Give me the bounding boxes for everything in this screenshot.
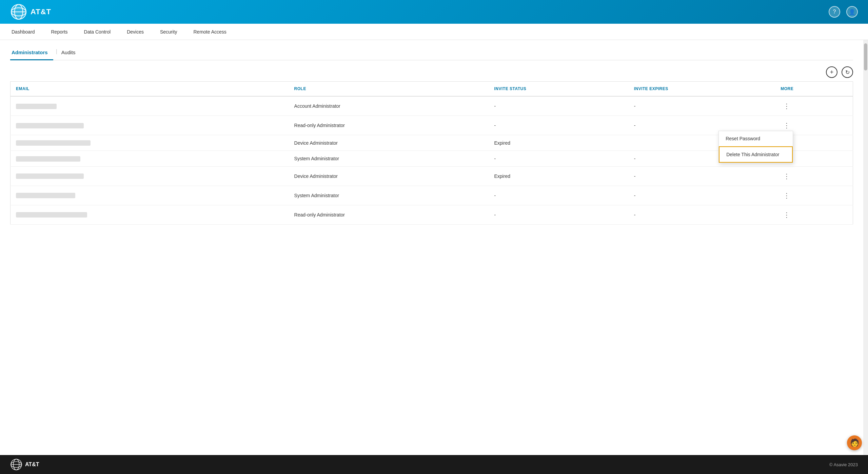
table-row: Read-only Administrator - - ⋮ Reset Pass… [11,116,853,135]
table-row: Device Administrator Expired - ⋮ [11,166,853,186]
more-cell: ⋮ [775,205,853,224]
invite-expires-cell: - [629,205,775,224]
invite-status-cell: - [489,186,629,205]
footer-att-logo-icon [10,458,22,471]
table-header-row: EMAIL ROLE INVITE STATUS INVITE EXPIRES … [11,82,853,97]
tab-administrators[interactable]: Administrators [10,47,53,60]
more-cell: ⋮ Reset Password Delete This Administrat… [775,116,853,135]
more-cell: ⋮ [775,96,853,116]
footer-copyright: © Asavie 2023 [829,462,858,467]
chat-bubble[interactable]: 🧑 [847,435,862,450]
col-more: MORE [775,82,853,97]
table-row: Read-only Administrator - - ⋮ [11,205,853,224]
email-redacted [16,212,87,218]
email-redacted [16,156,80,162]
main-wrapper: Administrators | Audits + ↻ EMAIL ROLE I… [0,40,868,455]
header-icons: ? 👤 [829,6,858,18]
email-cell [11,205,289,224]
dropdown-menu: Reset Password Delete This Administrator [718,131,793,163]
role-cell: Account Administrator [289,96,489,116]
invite-status-cell: Expired [489,135,629,151]
more-button[interactable]: ⋮ [781,171,793,181]
footer-brand: AT&T [25,461,39,468]
invite-expires-cell: - [629,96,775,116]
email-cell [11,135,289,151]
email-redacted [16,173,84,179]
footer-logo: AT&T [10,458,39,471]
brand-name: AT&T [31,7,51,16]
email-cell [11,166,289,186]
email-redacted [16,123,84,128]
reset-password-item[interactable]: Reset Password [719,131,793,146]
email-redacted [16,104,57,109]
email-cell [11,151,289,166]
invite-status-cell: - [489,205,629,224]
nav-bar: Dashboard Reports Data Control Devices S… [0,24,868,40]
nav-devices[interactable]: Devices [125,24,145,40]
invite-expires-cell: - [629,186,775,205]
role-cell: Device Administrator [289,135,489,151]
nav-dashboard[interactable]: Dashboard [10,24,36,40]
tab-audits[interactable]: Audits [60,47,81,60]
email-redacted [16,140,91,146]
col-email: EMAIL [11,82,289,97]
nav-data-control[interactable]: Data Control [83,24,112,40]
nav-remote-access[interactable]: Remote Access [192,24,228,40]
invite-status-cell: Expired [489,166,629,186]
help-button[interactable]: ? [829,6,840,18]
header: AT&T ? 👤 [0,0,868,24]
col-invite-expires: INVITE EXPIRES [629,82,775,97]
user-icon: 👤 [849,9,855,15]
more-button[interactable]: ⋮ [781,101,793,111]
role-cell: Device Administrator [289,166,489,186]
nav-reports[interactable]: Reports [50,24,69,40]
tab-divider: | [56,48,57,59]
invite-status-cell: - [489,151,629,166]
add-button[interactable]: + [826,66,837,78]
email-redacted [16,193,75,198]
role-cell: System Administrator [289,186,489,205]
admin-table: EMAIL ROLE INVITE STATUS INVITE EXPIRES … [10,81,853,225]
more-cell: ⋮ [775,186,853,205]
scrollbar-thumb[interactable] [864,43,867,70]
table-row: System Administrator - - ⋮ [11,186,853,205]
tabs: Administrators | Audits [10,40,853,60]
email-cell [11,96,289,116]
toolbar: + ↻ [10,60,853,81]
footer: AT&T © Asavie 2023 [0,455,868,474]
table-row: Account Administrator - - ⋮ [11,96,853,116]
more-cell: ⋮ [775,166,853,186]
more-button[interactable]: ⋮ [781,121,793,130]
email-cell [11,116,289,135]
col-role: ROLE [289,82,489,97]
invite-status-cell: - [489,116,629,135]
nav-security[interactable]: Security [159,24,179,40]
more-button[interactable]: ⋮ [781,210,793,220]
role-cell: System Administrator [289,151,489,166]
invite-expires-cell: - [629,166,775,186]
dropdown-container: ⋮ Reset Password Delete This Administrat… [781,121,793,130]
role-cell: Read-only Administrator [289,116,489,135]
col-invite-status: INVITE STATUS [489,82,629,97]
delete-admin-item[interactable]: Delete This Administrator [719,146,793,163]
att-logo-icon [10,3,27,20]
more-button[interactable]: ⋮ [781,191,793,200]
refresh-button[interactable]: ↻ [842,66,853,78]
role-cell: Read-only Administrator [289,205,489,224]
email-cell [11,186,289,205]
logo-area: AT&T [10,3,51,20]
main-content: Administrators | Audits + ↻ EMAIL ROLE I… [0,40,863,455]
scrollbar[interactable] [863,40,868,455]
user-button[interactable]: 👤 [846,6,858,18]
invite-status-cell: - [489,96,629,116]
chat-avatar-icon: 🧑 [850,438,859,447]
